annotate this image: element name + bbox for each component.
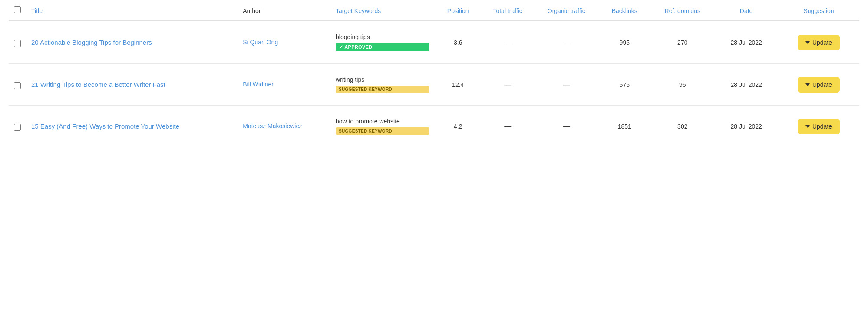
total-traffic-value: —	[504, 39, 511, 46]
row-author-cell: Bill Widmer	[238, 64, 330, 106]
table-header-row: Title Author Target Keywords Position To…	[9, 0, 859, 21]
row-organic-traffic-cell: —	[534, 64, 598, 106]
row-organic-traffic-cell: —	[534, 21, 598, 64]
row-suggestion-cell: Update	[778, 21, 859, 64]
header-backlinks: Backlinks	[598, 0, 650, 21]
approved-badge: ✓ APPROVED	[336, 43, 429, 51]
header-checkbox	[9, 0, 26, 21]
row-ref-domains-cell: 270	[650, 21, 714, 64]
row-checkbox-cell	[9, 64, 26, 106]
chevron-down-icon	[805, 125, 810, 128]
organic-traffic-value: —	[563, 81, 570, 88]
update-button-label: Update	[812, 123, 832, 130]
ref-domains-value: 270	[677, 39, 687, 46]
keyword-text: how to promote website	[336, 118, 429, 125]
row-keyword-cell: writing tips SUGGESTED KEYWORD	[330, 64, 435, 106]
total-traffic-value: —	[504, 81, 511, 88]
row-date-cell: 28 Jul 2022	[714, 64, 778, 106]
row-total-traffic-cell: —	[481, 106, 534, 147]
update-button[interactable]: Update	[798, 35, 840, 50]
author-name: Si Quan Ong	[243, 39, 278, 46]
row-backlinks-cell: 576	[598, 64, 650, 106]
keyword-text: blogging tips	[336, 33, 429, 40]
title-link[interactable]: 20 Actionable Blogging Tips for Beginner…	[31, 38, 232, 47]
row-organic-traffic-cell: —	[534, 106, 598, 147]
organic-traffic-value: —	[563, 39, 570, 46]
select-all-checkbox[interactable]	[14, 6, 21, 13]
row-title-cell: 21 Writing Tips to Become a Better Write…	[26, 64, 238, 106]
header-author: Author	[238, 0, 330, 21]
row-backlinks-cell: 1851	[598, 106, 650, 147]
row-checkbox-3[interactable]	[14, 124, 21, 131]
header-date: Date	[714, 0, 778, 21]
title-link[interactable]: 21 Writing Tips to Become a Better Write…	[31, 80, 232, 89]
author-name: Bill Widmer	[243, 81, 274, 88]
row-author-cell: Mateusz Makosiewicz	[238, 106, 330, 147]
table-container: Title Author Target Keywords Position To…	[0, 0, 868, 147]
chevron-down-icon	[805, 41, 810, 44]
row-position-cell: 4.2	[435, 106, 481, 147]
update-button-label: Update	[812, 39, 832, 46]
row-backlinks-cell: 995	[598, 21, 650, 64]
position-value: 4.2	[454, 123, 462, 130]
row-date-cell: 28 Jul 2022	[714, 21, 778, 64]
position-value: 12.4	[452, 81, 464, 88]
row-author-cell: Si Quan Ong	[238, 21, 330, 64]
total-traffic-value: —	[504, 123, 511, 130]
date-value: 28 Jul 2022	[730, 39, 762, 46]
row-keyword-cell: blogging tips ✓ APPROVED	[330, 21, 435, 64]
chevron-down-icon	[805, 83, 810, 86]
row-suggestion-cell: Update	[778, 64, 859, 106]
update-button[interactable]: Update	[798, 119, 840, 134]
row-total-traffic-cell: —	[481, 64, 534, 106]
row-title-cell: 20 Actionable Blogging Tips for Beginner…	[26, 21, 238, 64]
header-target-keywords[interactable]: Target Keywords	[330, 0, 435, 21]
suggested-badge: SUGGESTED KEYWORD	[336, 86, 429, 93]
row-position-cell: 12.4	[435, 64, 481, 106]
date-value: 28 Jul 2022	[730, 123, 762, 130]
header-organic-traffic[interactable]: Organic traffic	[534, 0, 598, 21]
ref-domains-value: 96	[679, 81, 686, 88]
backlinks-value: 995	[620, 39, 630, 46]
row-total-traffic-cell: —	[481, 21, 534, 64]
suggested-badge: SUGGESTED KEYWORD	[336, 127, 429, 135]
row-checkbox-cell	[9, 21, 26, 64]
row-checkbox-2[interactable]	[14, 82, 21, 89]
row-checkbox-cell	[9, 106, 26, 147]
header-suggestion[interactable]: Suggestion	[778, 0, 859, 21]
row-ref-domains-cell: 96	[650, 64, 714, 106]
row-checkbox-1[interactable]	[14, 40, 21, 47]
backlinks-value: 1851	[618, 123, 631, 130]
keyword-text: writing tips	[336, 76, 429, 83]
header-position: Position	[435, 0, 481, 21]
row-keyword-cell: how to promote website SUGGESTED KEYWORD	[330, 106, 435, 147]
table-row: 15 Easy (And Free) Ways to Promote Your …	[9, 106, 859, 147]
row-position-cell: 3.6	[435, 21, 481, 64]
position-value: 3.6	[454, 39, 462, 46]
update-button-label: Update	[812, 81, 832, 88]
date-value: 28 Jul 2022	[730, 81, 762, 88]
header-title[interactable]: Title	[26, 0, 238, 21]
row-title-cell: 15 Easy (And Free) Ways to Promote Your …	[26, 106, 238, 147]
organic-traffic-value: —	[563, 123, 570, 130]
ref-domains-value: 302	[677, 123, 687, 130]
table-body: 20 Actionable Blogging Tips for Beginner…	[9, 21, 859, 147]
table-row: 20 Actionable Blogging Tips for Beginner…	[9, 21, 859, 64]
row-date-cell: 28 Jul 2022	[714, 106, 778, 147]
table-row: 21 Writing Tips to Become a Better Write…	[9, 64, 859, 106]
row-suggestion-cell: Update	[778, 106, 859, 147]
row-ref-domains-cell: 302	[650, 106, 714, 147]
header-total-traffic: Total traffic	[481, 0, 534, 21]
author-name: Mateusz Makosiewicz	[243, 123, 302, 130]
title-link[interactable]: 15 Easy (And Free) Ways to Promote Your …	[31, 122, 232, 131]
content-table: Title Author Target Keywords Position To…	[9, 0, 859, 147]
update-button[interactable]: Update	[798, 77, 840, 93]
header-ref-domains: Ref. domains	[650, 0, 714, 21]
backlinks-value: 576	[620, 81, 630, 88]
